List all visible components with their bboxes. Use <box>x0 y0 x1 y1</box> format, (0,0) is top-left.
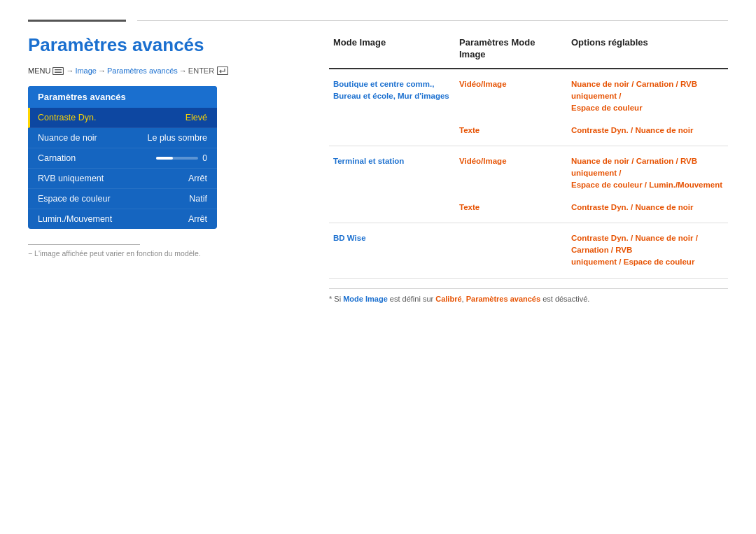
breadcrumb-link1[interactable]: Image <box>75 66 97 75</box>
cell-mode-image-3: BD Wise <box>329 227 455 274</box>
menu-item-nuance[interactable]: Nuance de noir Le plus sombre <box>28 128 217 148</box>
table-header-params-mode: Paramètres ModeImage <box>455 34 567 64</box>
menu-item-espace[interactable]: Espace de couleur Natif <box>28 189 217 209</box>
table-row: Texte Contraste Dyn. / Nuance de noir <box>329 120 728 146</box>
note-text-1: est défini sur <box>388 295 435 303</box>
enter-icon <box>216 66 228 75</box>
breadcrumb-enter: ENTER <box>188 66 214 75</box>
menu-item-nuance-value: Le plus sombre <box>148 133 207 143</box>
breadcrumb-arrow1: → <box>66 66 74 75</box>
cell-mode-image-2: Terminal et station <box>329 150 455 193</box>
menu-item-rvb-label: RVB uniquement <box>38 174 104 183</box>
table-header-options: Options réglables <box>567 34 728 64</box>
menu-item-rvb-value: Arrêt <box>188 174 207 183</box>
top-divider <box>0 0 756 22</box>
note-params-avances: Paramètres avancés <box>466 295 540 303</box>
menu-item-contraste-label: Contraste Dyn. <box>38 113 96 122</box>
breadcrumb-link2[interactable]: Paramètres avancés <box>107 66 178 75</box>
menu-item-lumin-label: Lumin./Mouvement <box>38 214 112 224</box>
svg-rect-4 <box>218 67 228 75</box>
footnote-line <box>28 244 140 245</box>
table-row-group-3: BD Wise Contraste Dyn. / Nuance de noir … <box>329 223 728 279</box>
left-panel: Paramètres avancés MENU → Image → Paramè… <box>28 34 287 303</box>
table-row: Boutique et centre comm.,Bureau et école… <box>329 69 728 120</box>
cell-param-2b: Texte <box>455 200 567 219</box>
cell-options-1b: Contraste Dyn. / Nuance de noir <box>567 123 728 142</box>
cell-param-1a: Vidéo/Image <box>455 73 567 116</box>
cell-param-3 <box>455 227 567 274</box>
table-row: Texte Contraste Dyn. / Nuance de noir <box>329 197 728 223</box>
breadcrumb-arrow3: → <box>179 66 187 75</box>
menu-item-contraste-value: Elevé <box>186 113 207 122</box>
table-note: * Si Mode Image est défini sur Calibré, … <box>329 288 728 303</box>
breadcrumb: MENU → Image → Paramètres avancés → ENTE… <box>28 66 287 75</box>
breadcrumb-menu-icon <box>52 66 64 75</box>
note-asterisk: * Si <box>329 295 343 303</box>
note-text-2: est désactivé. <box>540 295 589 303</box>
menu-item-carnation[interactable]: Carnation 0 <box>28 148 217 169</box>
page-title: Paramètres avancés <box>28 34 287 56</box>
cell-param-1b: Texte <box>455 123 567 142</box>
menu-item-lumin[interactable]: Lumin./Mouvement Arrêt <box>28 209 217 229</box>
menu-item-lumin-value: Arrêt <box>188 214 207 224</box>
menu-item-nuance-label: Nuance de noir <box>38 133 97 143</box>
cell-mode-image-1b <box>329 123 455 142</box>
menu-item-espace-label: Espace de couleur <box>38 194 111 204</box>
table-row-group-2: Terminal et station Vidéo/Image Nuance d… <box>329 146 728 223</box>
cell-mode-image-2b <box>329 200 455 219</box>
cell-mode-image-1: Boutique et centre comm.,Bureau et école… <box>329 73 455 116</box>
footnote-text: − L'image affichée peut varier en foncti… <box>28 249 287 258</box>
table-header: Mode Image Paramètres ModeImage Options … <box>329 34 728 69</box>
table-row-group-1: Boutique et centre comm.,Bureau et école… <box>329 69 728 146</box>
breadcrumb-arrow2: → <box>98 66 106 75</box>
menu-item-rvb[interactable]: RVB uniquement Arrêt <box>28 169 217 189</box>
note-mode-image: Mode Image <box>343 295 388 303</box>
top-line-accent <box>28 20 126 22</box>
table-row: Terminal et station Vidéo/Image Nuance d… <box>329 146 728 197</box>
carnation-value: 0 <box>202 153 207 163</box>
menu-box: Paramètres avancés Contraste Dyn. Elevé … <box>28 86 217 229</box>
table: Mode Image Paramètres ModeImage Options … <box>329 34 728 303</box>
cell-options-2b: Contraste Dyn. / Nuance de noir <box>567 200 728 219</box>
menu-item-contraste[interactable]: Contraste Dyn. Elevé <box>28 108 217 128</box>
cell-options-2a: Nuance de noir / Carnation / RVB uniquem… <box>567 150 728 193</box>
note-calibre: Calibré <box>435 295 461 303</box>
cell-options-1a: Nuance de noir / Carnation / RVB uniquem… <box>567 73 728 116</box>
menu-item-espace-value: Natif <box>189 194 207 204</box>
top-line-thin <box>137 20 728 21</box>
table-row: BD Wise Contraste Dyn. / Nuance de noir … <box>329 223 728 278</box>
breadcrumb-menu: MENU <box>28 66 50 75</box>
menu-item-carnation-label: Carnation <box>38 153 76 163</box>
cell-param-2a: Vidéo/Image <box>455 150 567 193</box>
carnation-slider-fill <box>156 157 173 160</box>
cell-options-3: Contraste Dyn. / Nuance de noir / Carnat… <box>567 227 728 274</box>
table-header-mode-image: Mode Image <box>329 34 455 64</box>
right-panel: Mode Image Paramètres ModeImage Options … <box>329 34 728 303</box>
menu-box-title: Paramètres avancés <box>28 86 217 108</box>
carnation-slider-row: 0 <box>156 153 207 163</box>
carnation-slider-track[interactable] <box>156 157 198 160</box>
